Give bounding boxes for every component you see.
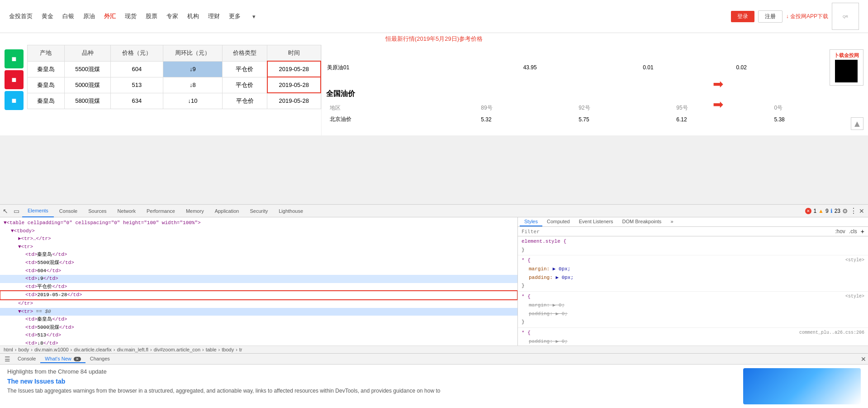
nav-expert[interactable]: 专家	[166, 12, 178, 20]
col-time: 时间	[267, 45, 321, 62]
data-table-wrapper: 产地 品种 价格（元） 周环比（元） 价格类型 时间 秦皇岛 5500混煤 60…	[27, 45, 321, 135]
nav-gold[interactable]: 黄金	[42, 12, 53, 20]
nav-spot[interactable]: 现货	[125, 12, 137, 20]
social-icons: ■ ■ ■	[5, 49, 24, 110]
weibo-icon[interactable]: ■	[5, 70, 24, 89]
col-weekly-change: 周环比（元）	[163, 45, 223, 62]
qr-code: QR	[832, 3, 859, 30]
coal-price-table: 产地 品种 价格（元） 周环比（元） 价格类型 时间 秦皇岛 5500混煤 60…	[27, 45, 321, 109]
nav-finance[interactable]: 理财	[208, 12, 220, 20]
table-row: 秦皇岛 5800混煤 634 ↓10 平仓价 2019-05-28	[28, 93, 321, 109]
oil-section-title: 全国油价	[326, 89, 863, 99]
login-button[interactable]: 登录	[731, 11, 754, 22]
nav-stocks[interactable]: 股票	[146, 12, 157, 20]
col-variety: 品种	[64, 45, 110, 62]
app-download-link[interactable]: ↓ 金投网APP下载	[786, 13, 828, 20]
col-price: 价格（元）	[111, 45, 163, 62]
nav-forex[interactable]: 外汇	[104, 12, 116, 20]
oil-price-table: 地区 89号 92号 95号 0号 北京油价 5.32 5.75 6.12 5.…	[326, 102, 863, 125]
scroll-up-btn[interactable]: ▲	[851, 117, 863, 130]
qr-code-right: 卜载金投网	[830, 49, 863, 86]
wechat-icon[interactable]: ■	[5, 49, 24, 68]
red-arrow-1: ➡	[713, 77, 723, 91]
nav-home[interactable]: 金投首页	[9, 12, 33, 20]
col-origin: 产地	[28, 45, 65, 62]
price-ticker: 恒最新行情(2019年5月29日)参考价格	[0, 33, 868, 45]
right-oil-panel: 美原油01 43.95 0.01 0.02 卜载金投网 全国油价 地区 89号 …	[321, 45, 868, 135]
webpage-area: ■ ■ ■ 产地 品种 价格（元） 周环比（元） 价格类型 时间 秦皇岛 550…	[0, 45, 868, 135]
table-row: 秦皇岛 5500混煤 604 ↓9 平仓价 2019-05-28	[28, 61, 321, 77]
nav-institution[interactable]: 机构	[187, 12, 199, 20]
register-button[interactable]: 注册	[758, 10, 783, 23]
table-row: 秦皇岛 5000混煤 513 ↓8 平仓价 2019-05-28	[28, 77, 321, 93]
qq-icon[interactable]: ■	[5, 91, 24, 110]
col-price-type: 价格类型	[223, 45, 267, 62]
nav-more[interactable]: 更多	[229, 12, 241, 20]
nav-silver[interactable]: 白银	[62, 12, 74, 20]
nav-oil[interactable]: 原油	[83, 12, 95, 20]
top-navigation: 金投首页 黄金 白银 原油 外汇 现货 股票 专家 机构 理财 更多 ▾ 登录 …	[0, 0, 868, 33]
red-arrow-2: ➡	[713, 97, 723, 112]
